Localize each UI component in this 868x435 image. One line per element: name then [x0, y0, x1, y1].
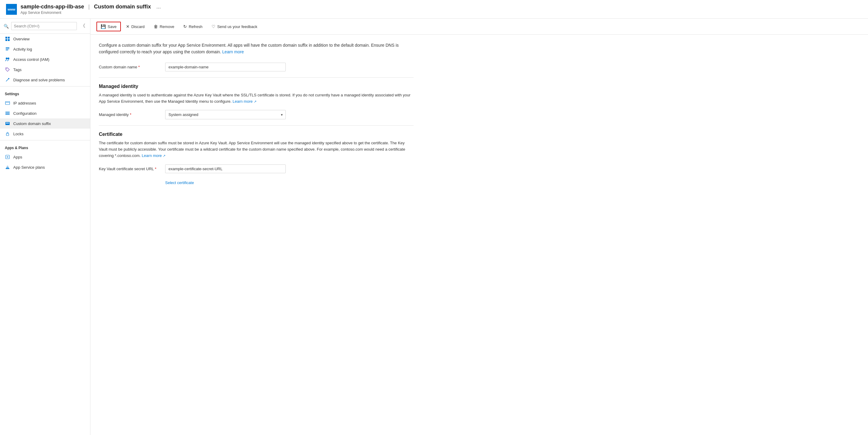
external-link-icon-1: ↗	[254, 100, 256, 103]
select-certificate-button[interactable]: Select certificate	[165, 179, 194, 186]
svg-rect-23	[6, 168, 9, 169]
svg-point-9	[6, 68, 7, 69]
managed-identity-group: Managed identity * System assigned User …	[99, 110, 413, 119]
section-divider-1	[99, 77, 413, 78]
svg-rect-11	[6, 102, 7, 103]
discard-button[interactable]: ✕ Discard	[122, 22, 149, 31]
remove-label: Remove	[160, 24, 174, 29]
svg-point-7	[6, 58, 7, 59]
feedback-label: Send us your feedback	[217, 24, 257, 29]
feedback-icon: ♡	[212, 24, 216, 29]
learn-more-link-1[interactable]: Learn more	[222, 49, 244, 54]
configuration-icon	[5, 110, 10, 116]
sidebar-divider-1	[0, 86, 90, 87]
sidebar-item-custom-domain-suffix[interactable]: Custom domain suffix	[0, 119, 90, 129]
svg-rect-6	[6, 50, 8, 50]
remove-button[interactable]: 🗑 Remove	[150, 22, 178, 31]
svg-point-8	[7, 58, 9, 59]
certificate-section-title: Certificate	[99, 132, 413, 137]
sidebar-item-app-service-plans[interactable]: App Service plans	[0, 162, 90, 172]
key-vault-url-input[interactable]	[165, 165, 286, 173]
certificate-learn-more-link[interactable]: Learn more ↗	[142, 153, 165, 158]
sidebar-item-label: Overview	[13, 37, 30, 41]
collapse-sidebar-button[interactable]: 《	[79, 22, 87, 30]
svg-rect-25	[7, 166, 8, 167]
custom-domain-name-group: Custom domain name *	[99, 63, 413, 71]
sidebar-item-ip-addresses[interactable]: IP addresses	[0, 98, 90, 108]
svg-rect-2	[5, 39, 7, 41]
resource-subtitle: App Service Environment	[21, 10, 161, 15]
refresh-button[interactable]: ↻ Refresh	[179, 22, 207, 31]
apps-icon	[5, 154, 10, 160]
svg-rect-3	[8, 39, 10, 41]
settings-section-header: Settings	[0, 88, 90, 98]
remove-icon: 🗑	[154, 24, 158, 29]
sidebar-item-activity-log[interactable]: Activity log	[0, 44, 90, 54]
more-options-button[interactable]: ...	[156, 4, 161, 10]
sidebar-item-label: Activity log	[13, 47, 32, 52]
custom-domain-icon	[5, 121, 10, 126]
svg-rect-1	[8, 37, 10, 39]
activity-log-icon	[5, 46, 10, 52]
managed-identity-description: A managed identity is used to authentica…	[99, 92, 413, 105]
svg-rect-13	[8, 102, 9, 103]
section-divider-2	[99, 125, 413, 126]
sidebar-item-diagnose[interactable]: Diagnose and solve problems	[0, 75, 90, 85]
feedback-button[interactable]: ♡ Send us your feedback	[208, 22, 261, 31]
sidebar-item-access-control[interactable]: Access control (IAM)	[0, 54, 90, 64]
select-certificate-wrapper: Select certificate	[165, 179, 413, 186]
key-vault-label: Key Vault certificate secret URL *	[99, 167, 159, 171]
svg-rect-4	[6, 47, 9, 48]
certificate-description: The certificate for custom domain suffix…	[99, 140, 413, 159]
custom-domain-name-input[interactable]	[165, 63, 286, 71]
svg-rect-15	[5, 113, 10, 113]
ip-addresses-icon	[5, 100, 10, 106]
sidebar-item-label: Custom domain suffix	[13, 122, 51, 126]
resource-name: sample-cdns-app-ilb-ase	[21, 4, 84, 10]
header-title-block: sample-cdns-app-ilb-ase | Custom domain …	[21, 4, 161, 15]
managed-identity-learn-more-link[interactable]: Learn more ↗	[233, 99, 256, 104]
sidebar-item-tags[interactable]: Tags	[0, 64, 90, 75]
search-icon: 🔍	[4, 24, 9, 29]
refresh-icon: ↻	[183, 24, 187, 29]
svg-rect-19	[7, 123, 8, 124]
svg-rect-21	[6, 133, 9, 136]
sidebar-search-bar: 🔍 《	[0, 19, 90, 34]
external-link-icon-2: ↗	[163, 154, 165, 158]
sidebar-item-label: Tags	[13, 67, 22, 72]
resource-icon: www	[6, 4, 17, 15]
save-button[interactable]: 💾 Save	[96, 22, 121, 31]
page-header: www sample-cdns-app-ilb-ase | Custom dom…	[0, 0, 868, 19]
content-area: Configure a custom domain suffix for you…	[90, 35, 422, 193]
sidebar-item-label: IP addresses	[13, 101, 36, 105]
svg-rect-5	[6, 48, 9, 49]
discard-label: Discard	[131, 24, 145, 29]
managed-identity-select[interactable]: System assigned User assigned	[165, 110, 286, 119]
access-control-icon	[5, 57, 10, 62]
sidebar-item-label: Apps	[13, 155, 22, 159]
sidebar-item-overview[interactable]: Overview	[0, 34, 90, 44]
page-title: Custom domain suffix	[94, 4, 151, 10]
sidebar-item-configuration[interactable]: Configuration	[0, 108, 90, 119]
sidebar-item-label: App Service plans	[13, 165, 45, 170]
sidebar-item-label: Access control (IAM)	[13, 57, 50, 62]
discard-icon: ✕	[126, 24, 130, 29]
managed-identity-label: Managed identity *	[99, 112, 159, 117]
sidebar-item-apps[interactable]: Apps	[0, 152, 90, 162]
save-label: Save	[107, 24, 117, 29]
icon-text: www	[7, 7, 16, 11]
main-content: 💾 Save ✕ Discard 🗑 Remove ↻ Refresh ♡ Se…	[90, 19, 868, 435]
sidebar-item-label: Diagnose and solve problems	[13, 78, 65, 82]
toolbar: 💾 Save ✕ Discard 🗑 Remove ↻ Refresh ♡ Se…	[90, 19, 868, 35]
svg-rect-24	[6, 167, 9, 168]
key-vault-url-group: Key Vault certificate secret URL *	[99, 165, 413, 173]
svg-rect-20	[8, 123, 9, 124]
svg-rect-18	[6, 123, 7, 124]
sidebar-item-label: Locks	[13, 132, 24, 136]
sidebar-divider-2	[0, 140, 90, 140]
svg-rect-0	[5, 37, 7, 39]
search-input[interactable]	[11, 22, 77, 30]
overview-icon	[5, 36, 10, 41]
sidebar-item-locks[interactable]: Locks	[0, 129, 90, 139]
managed-identity-section-title: Managed identity	[99, 84, 413, 89]
